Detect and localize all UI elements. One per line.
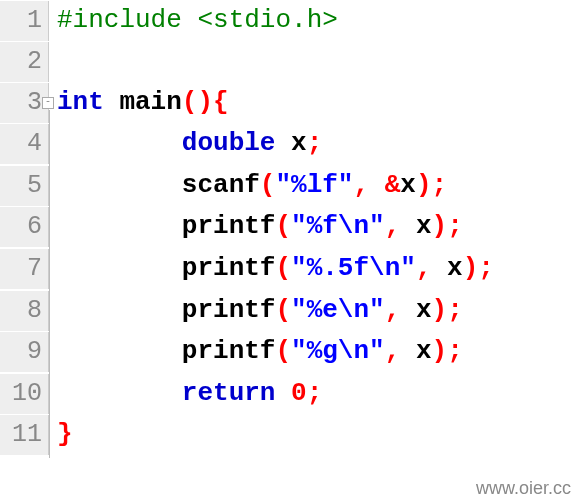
fn-printf: printf xyxy=(182,253,276,283)
keyword-int: int xyxy=(57,87,104,117)
brace-open: { xyxy=(213,87,229,117)
semicolon: ; xyxy=(307,128,323,158)
line-number: 1 xyxy=(0,1,49,41)
line-number: 2 xyxy=(0,42,49,82)
paren-close: ) xyxy=(432,336,448,366)
string-g: "%g\n" xyxy=(291,336,385,366)
paren-close: ) xyxy=(463,253,479,283)
paren-open: ( xyxy=(260,170,276,200)
code-line: 5 scanf("%lf", &x); xyxy=(0,165,579,207)
addr-op: & xyxy=(385,170,401,200)
fn-printf: printf xyxy=(182,336,276,366)
line-number: 9 xyxy=(0,332,49,372)
code-line: 6 printf("%f\n", x); xyxy=(0,206,579,248)
comma: , xyxy=(416,253,432,283)
paren-open: ( xyxy=(275,211,291,241)
paren-close: ) xyxy=(432,211,448,241)
ident-x: x xyxy=(432,253,463,283)
ident-x: x xyxy=(400,170,416,200)
string-5f: "%.5f\n" xyxy=(291,253,416,283)
keyword-double: double xyxy=(182,128,276,158)
code-line: 8 printf("%e\n", x); xyxy=(0,290,579,332)
semicolon: ; xyxy=(307,378,323,408)
code-content: printf("%f\n", x); xyxy=(49,206,463,248)
semicolon: ; xyxy=(447,295,463,325)
paren-close: ) xyxy=(432,295,448,325)
code-content: int main(){ xyxy=(49,82,229,124)
code-content: #include <stdio.h> xyxy=(49,0,338,42)
fold-minus-icon[interactable]: - xyxy=(42,97,54,109)
semicolon: ; xyxy=(432,170,448,200)
code-line: 10 return 0; xyxy=(0,373,579,415)
fn-printf: printf xyxy=(182,295,276,325)
code-line: 1 #include <stdio.h> xyxy=(0,0,579,42)
code-content: return 0; xyxy=(49,373,322,415)
number-zero: 0 xyxy=(291,378,307,408)
code-line: 7 printf("%.5f\n", x); xyxy=(0,248,579,290)
string-lf: "%lf" xyxy=(275,170,353,200)
brace-close: } xyxy=(57,419,73,449)
code-line: 4 double x; xyxy=(0,123,579,165)
fold-guide-line xyxy=(49,110,50,458)
ident-x: x xyxy=(400,211,431,241)
ident-x: x xyxy=(400,295,431,325)
code-line: 3- int main(){ xyxy=(0,82,579,124)
string-f: "%f\n" xyxy=(291,211,385,241)
fn-printf: printf xyxy=(182,211,276,241)
code-line: 11 } xyxy=(0,414,579,456)
paren-close: ) xyxy=(416,170,432,200)
watermark-text: www.oier.cc xyxy=(476,478,571,499)
paren-open: ( xyxy=(275,295,291,325)
code-content: printf("%.5f\n", x); xyxy=(49,248,494,290)
paren-open: ( xyxy=(275,336,291,366)
ident-x: x xyxy=(400,336,431,366)
code-content: printf("%g\n", x); xyxy=(49,331,463,373)
code-content: scanf("%lf", &x); xyxy=(49,165,447,207)
line-number: 10 xyxy=(0,374,49,414)
semicolon: ; xyxy=(447,336,463,366)
fn-scanf: scanf xyxy=(182,170,260,200)
semicolon: ; xyxy=(447,211,463,241)
paren-open: ( xyxy=(275,253,291,283)
paren-open: ( xyxy=(182,87,198,117)
comma: , xyxy=(385,336,401,366)
paren-close: ) xyxy=(197,87,213,117)
string-e: "%e\n" xyxy=(291,295,385,325)
line-number: 11 xyxy=(0,415,49,455)
keyword-return: return xyxy=(182,378,276,408)
comma: , xyxy=(353,170,369,200)
line-number: 6 xyxy=(0,207,49,247)
line-number: 4 xyxy=(0,124,49,164)
line-number: 8 xyxy=(0,291,49,331)
semicolon: ; xyxy=(478,253,494,283)
fn-main: main xyxy=(104,87,182,117)
preprocessor: #include <stdio.h> xyxy=(57,5,338,35)
code-content: } xyxy=(49,414,73,456)
code-content: printf("%e\n", x); xyxy=(49,290,463,332)
code-content: double x; xyxy=(49,123,322,165)
line-number: 5 xyxy=(0,166,49,206)
comma: , xyxy=(385,211,401,241)
code-line: 9 printf("%g\n", x); xyxy=(0,331,579,373)
code-line: 2 xyxy=(0,42,579,82)
line-number: 7 xyxy=(0,249,49,289)
comma: , xyxy=(385,295,401,325)
code-editor: 1 #include <stdio.h> 2 3- int main(){ 4 … xyxy=(0,0,579,456)
ident-x: x xyxy=(291,128,307,158)
line-number: 3- xyxy=(0,83,49,123)
